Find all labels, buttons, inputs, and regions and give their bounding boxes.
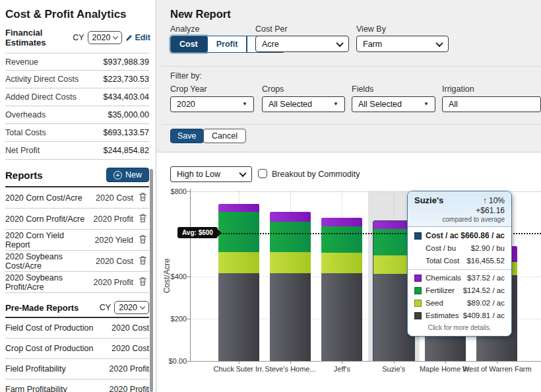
tooltip-row-label: Chemicals [426, 273, 467, 283]
dropdown-arrow-icon: ▼ [242, 102, 247, 107]
premade-report-item[interactable]: Crop Cost of Production2020 Cost [5, 339, 149, 359]
bar-segment-fertilizer[interactable] [218, 212, 259, 251]
chart-section: High to Low Breakout by Commodity Cost/A… [156, 152, 541, 392]
legend-swatch-chemicals [414, 275, 422, 282]
app-window: Cost & Profit Analytics Financial Estima… [0, 0, 541, 392]
x-axis-line [190, 361, 541, 362]
filter-value: All Selected [358, 100, 424, 109]
bar-steve-s-home-[interactable] [270, 212, 311, 361]
report-list-item[interactable]: 2020 Corn Profit/Acre2020 Profit [5, 209, 149, 230]
legend-swatch-estimates [414, 312, 422, 319]
trash-icon [139, 277, 147, 286]
tooltip-row: Cost / ac$660.86 / ac [408, 230, 511, 242]
report-name: 2020 Soybeans Cost/Acre [5, 252, 90, 271]
bar-segment-seed[interactable] [321, 253, 362, 273]
financial-row-label: Revenue [5, 57, 38, 67]
financial-row-label: Activity Direct Costs [5, 75, 79, 84]
premade-report-name: Farm Profitability [5, 385, 67, 392]
premade-report-item[interactable]: Field Cost of Production2020 Cost [5, 318, 149, 339]
report-type: 2020 Cost [96, 193, 133, 203]
cost-per-value: Acre [262, 40, 337, 49]
cancel-button[interactable]: Cancel [203, 129, 246, 143]
delete-report-button[interactable] [139, 192, 149, 203]
tooltip-footer: Click for more details. [408, 322, 511, 336]
tooltip-change-pct: ↑ 10% [483, 196, 505, 205]
cy-label: CY [73, 33, 84, 42]
filter-label-crops: Crops [262, 84, 284, 94]
bar-segment-estimates[interactable] [218, 273, 259, 361]
tooltip-row-label: Cost / bu [426, 244, 471, 253]
financial-row: Net Profit$244,854.82 [5, 142, 149, 160]
cancel-label: Cancel [212, 131, 238, 141]
tooltip-row-label: Estimates [426, 311, 463, 321]
report-list-item[interactable]: 2020 Soybeans Profit/Acre2020 Profit [5, 272, 149, 293]
bar-segment-fertilizer[interactable] [270, 222, 311, 253]
financial-estimates-heading: Financial Estimates [5, 28, 69, 48]
sidebar: Cost & Profit Analytics Financial Estima… [0, 0, 156, 392]
premade-cy-group: CY 2020 [100, 301, 149, 314]
premade-cy-select[interactable]: 2020 [114, 301, 149, 314]
delete-report-button[interactable] [139, 277, 149, 288]
save-label: Save [177, 131, 197, 141]
y-axis-tick-label: $200 [158, 315, 187, 323]
new-report-button[interactable]: + New [106, 168, 149, 182]
report-type: 2020 Cost [96, 257, 133, 266]
tooltip-divider [408, 269, 511, 270]
filter-select-fields[interactable]: All Selected▼ [352, 96, 435, 112]
bar-segment-chemicals[interactable] [270, 212, 311, 221]
pencil-icon [125, 34, 133, 42]
analyze-option-profit[interactable]: Profit [208, 36, 248, 52]
financial-row-label: Total Costs [5, 128, 46, 137]
bar-segment-chemicals[interactable] [218, 204, 259, 212]
analyze-option-cost[interactable]: Cost [171, 36, 208, 52]
tooltip-row: Total Cost$16,455.52 [408, 255, 511, 267]
chart-tooltip[interactable]: Suzie's ↑ 10% +$61.16 compared to averag… [407, 191, 512, 337]
tooltip-row: Seed$89.02 / ac [408, 297, 511, 310]
tooltip-change-amount: +$61.16 [414, 206, 505, 215]
financial-cy-select[interactable]: 2020 [88, 31, 123, 44]
edit-financials-link[interactable]: Edit [125, 33, 150, 42]
sidebar-scrollbar[interactable] [150, 169, 153, 392]
filter-select-crops[interactable]: All Selected▼ [262, 96, 345, 112]
report-list-item[interactable]: 2020 Soybeans Cost/Acre2020 Cost [5, 251, 149, 272]
report-list-item[interactable]: 2020 Corn Yield Report2020 Yield [5, 230, 149, 251]
chevron-down-icon [140, 304, 145, 309]
delete-report-button[interactable] [139, 213, 149, 224]
financial-row-label: Added Direct Costs [5, 92, 77, 102]
cost-per-select[interactable]: Acre [255, 36, 349, 52]
report-list-item[interactable]: 2020 Corn Cost/Acre2020 Cost [5, 187, 149, 209]
bar-segment-fertilizer[interactable] [321, 226, 362, 253]
bar-segment-seed[interactable] [270, 252, 311, 273]
bar-segment-chemicals[interactable] [321, 218, 362, 226]
bar-segment-estimates[interactable] [270, 273, 311, 361]
bar-jeff-s[interactable] [321, 218, 362, 361]
bar-segment-estimates[interactable] [321, 273, 362, 361]
premade-reports-heading: Pre-Made Reports [5, 303, 79, 313]
sort-order-select[interactable]: High to Low [170, 166, 252, 182]
delete-report-button[interactable] [139, 255, 149, 267]
new-report-title: New Report [170, 8, 231, 20]
premade-report-type: 2020 Profit [110, 385, 149, 392]
filter-select-irrigation[interactable]: All [442, 96, 541, 112]
breakout-by-commodity-checkbox[interactable] [258, 169, 267, 178]
sidebar-title: Cost & Profit Analytics [5, 8, 150, 21]
financial-row: Activity Direct Costs$223,730.53 [5, 71, 149, 88]
premade-reports-list: Field Cost of Production2020 CostCrop Co… [0, 318, 156, 392]
delete-report-button[interactable] [139, 234, 149, 245]
bar-chuck-suter-irr-[interactable] [218, 204, 259, 361]
y-axis-tick-label: $400 [158, 273, 187, 280]
chevron-down-icon [435, 39, 443, 46]
y-axis-line [190, 189, 191, 361]
legend-swatch-seed [414, 300, 422, 307]
filter-select-crop-year[interactable]: 2020▼ [170, 96, 254, 112]
bar-segment-seed[interactable] [218, 252, 259, 273]
premade-report-item[interactable]: Field Profitability2020 Profit [5, 359, 149, 379]
view-by-select[interactable]: Farm [356, 36, 449, 52]
new-report-panel: New Report Analyze CostProfitYield Cost … [156, 0, 541, 152]
cost-per-label: Cost Per [255, 24, 288, 34]
save-button[interactable]: Save [170, 129, 204, 143]
premade-report-name: Field Cost of Production [5, 323, 93, 333]
premade-report-item[interactable]: Farm Profitability2020 Profit [5, 379, 149, 392]
report-name: 2020 Soybeans Profit/Acre [5, 273, 88, 292]
tooltip-row: Cost / bu$2.90 / bu [408, 242, 511, 255]
